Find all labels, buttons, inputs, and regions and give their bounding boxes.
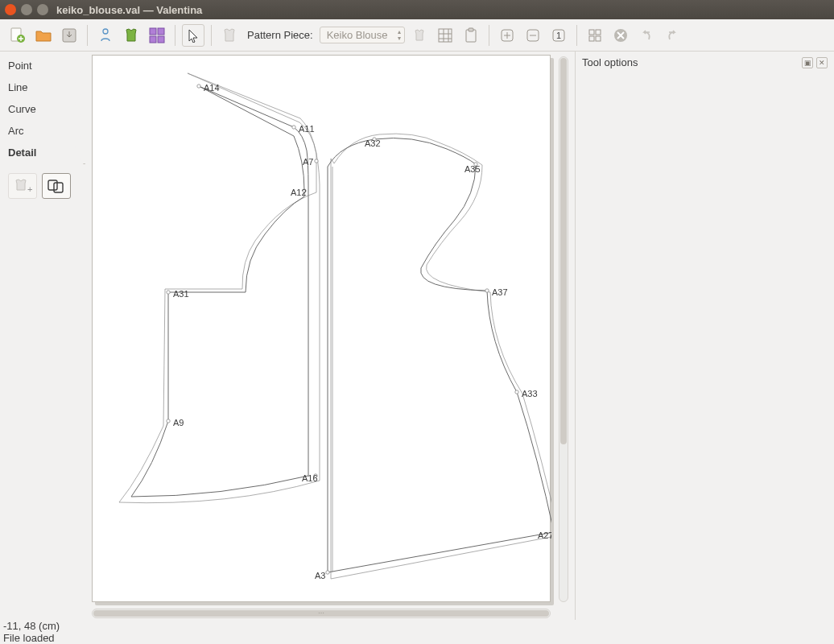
pattern-piece-value: Keiko Blouse	[327, 29, 388, 41]
pattern-svg: A14 A11 A7 A32 A35 A12 A31 A37 A33 A9 A1…	[93, 56, 551, 603]
svg-text:A14: A14	[204, 83, 220, 93]
vest-icon	[122, 27, 140, 44]
pattern-points: A14 A11 A7 A32 A35 A12 A31 A37 A33 A9 A1…	[167, 83, 551, 580]
tool-options-title: Tool options	[582, 56, 638, 68]
coordinates-readout: -11, 48 (cm)	[3, 620, 831, 632]
main-area: Point Line Curve Arc Detail +	[0, 52, 834, 620]
plus-box-icon	[500, 28, 514, 43]
scrollbar-horizontal[interactable]: ⋯	[92, 609, 551, 618]
svg-text:A37: A37	[492, 287, 508, 297]
zoom-fit-button[interactable]	[584, 24, 606, 47]
svg-text:1: 1	[555, 31, 560, 40]
person-icon	[97, 27, 114, 44]
svg-point-41	[167, 419, 170, 423]
svg-text:A32: A32	[365, 138, 381, 148]
close-icon[interactable]	[5, 4, 16, 15]
vest-add-icon: +	[13, 178, 32, 194]
clipboard-icon	[463, 27, 479, 43]
clipboard-button[interactable]	[460, 24, 482, 47]
close-circle-icon	[613, 27, 629, 43]
svg-point-27	[315, 159, 318, 163]
tab-point[interactable]: Point	[0, 55, 85, 76]
svg-text:A31: A31	[173, 289, 189, 299]
chevron-updown-icon: ▴▾	[398, 29, 401, 42]
redo-button[interactable]	[661, 24, 683, 47]
redo-icon	[664, 27, 680, 43]
svg-rect-22	[54, 183, 63, 192]
grip-icon: ⋯	[318, 609, 324, 617]
new-file-icon	[9, 27, 27, 44]
svg-text:A27: A27	[538, 530, 551, 540]
save-button[interactable]	[58, 24, 81, 47]
svg-point-39	[515, 390, 518, 394]
svg-text:A11: A11	[299, 124, 315, 134]
new-file-button[interactable]	[6, 24, 29, 47]
drawing-canvas[interactable]: A14 A11 A7 A32 A35 A12 A31 A37 A33 A9 A1…	[92, 55, 551, 602]
canvas-area: A14 A11 A7 A32 A35 A12 A31 A37 A33 A9 A1…	[85, 52, 575, 620]
details-mode-button[interactable]	[146, 24, 168, 47]
config-pattern-button[interactable]	[408, 24, 431, 47]
status-bar: -11, 48 (cm) File loaded	[0, 620, 834, 644]
undo-button[interactable]	[635, 24, 658, 47]
window-title: keiko_blouse.val — Valentina	[56, 4, 202, 16]
svg-rect-16	[596, 30, 601, 35]
scrollbar-thumb[interactable]	[560, 58, 567, 444]
svg-rect-17	[589, 36, 594, 41]
table-button[interactable]	[434, 24, 456, 47]
gear-vest-icon	[411, 27, 427, 43]
new-pattern-piece-button[interactable]	[218, 24, 241, 47]
svg-rect-18	[596, 36, 601, 41]
svg-point-25	[292, 126, 295, 129]
svg-text:A7: A7	[303, 157, 313, 167]
svg-text:A16: A16	[302, 473, 318, 483]
scrollbar-vertical[interactable]	[559, 56, 568, 602]
status-message: File loaded	[3, 632, 831, 644]
undo-icon	[638, 27, 654, 43]
svg-point-37	[485, 289, 489, 292]
svg-rect-5	[158, 28, 164, 35]
svg-rect-7	[158, 36, 164, 43]
svg-text:A12: A12	[291, 188, 307, 197]
svg-rect-10	[469, 28, 473, 31]
tool-options-panel: Tool options ▣ ✕	[575, 52, 834, 620]
svg-text:A9: A9	[173, 418, 184, 427]
svg-point-23	[197, 85, 200, 88]
tab-line[interactable]: Line	[0, 76, 85, 98]
svg-point-47	[326, 571, 329, 574]
minimize-icon[interactable]	[21, 4, 32, 15]
tab-curve[interactable]: Curve	[0, 98, 85, 120]
measurements-button[interactable]	[94, 24, 117, 47]
draw-mode-button[interactable]	[120, 24, 142, 47]
svg-rect-4	[150, 28, 156, 35]
svg-point-3	[103, 29, 108, 34]
maximize-icon[interactable]	[37, 4, 48, 15]
svg-rect-6	[150, 36, 156, 43]
detach-panel-icon[interactable]: ▣	[802, 57, 813, 68]
fit-icon	[588, 28, 602, 43]
zoom-in-button[interactable]	[496, 24, 518, 47]
open-file-button[interactable]	[32, 24, 55, 47]
titlebar: keiko_blouse.val — Valentina	[0, 0, 834, 19]
stop-button[interactable]	[609, 24, 632, 47]
folder-icon	[35, 27, 52, 44]
tab-detail[interactable]: Detail	[0, 142, 85, 163]
svg-rect-8	[439, 29, 452, 42]
union-tool[interactable]	[42, 173, 71, 199]
main-toolbar: Pattern Piece: Keiko Blouse ▴▾ 1	[0, 19, 834, 52]
svg-point-35	[167, 291, 170, 294]
seam-allowance-tool[interactable]: +	[8, 173, 37, 199]
union-icon	[47, 178, 66, 194]
svg-text:A3: A3	[315, 571, 325, 580]
close-panel-icon[interactable]: ✕	[816, 57, 828, 68]
tool-tabs-panel: Point Line Curve Arc Detail +	[0, 52, 85, 620]
separator	[175, 25, 175, 46]
separator	[87, 25, 88, 46]
svg-text:+: +	[27, 184, 32, 194]
pattern-piece-label: Pattern Piece:	[247, 29, 313, 41]
pointer-button[interactable]	[182, 24, 204, 47]
svg-text:A35: A35	[464, 164, 481, 174]
zoom-out-button[interactable]	[522, 24, 544, 47]
zoom-reset-button[interactable]: 1	[547, 24, 570, 47]
pattern-piece-select[interactable]: Keiko Blouse ▴▾	[320, 27, 405, 43]
tab-arc[interactable]: Arc	[0, 120, 85, 142]
